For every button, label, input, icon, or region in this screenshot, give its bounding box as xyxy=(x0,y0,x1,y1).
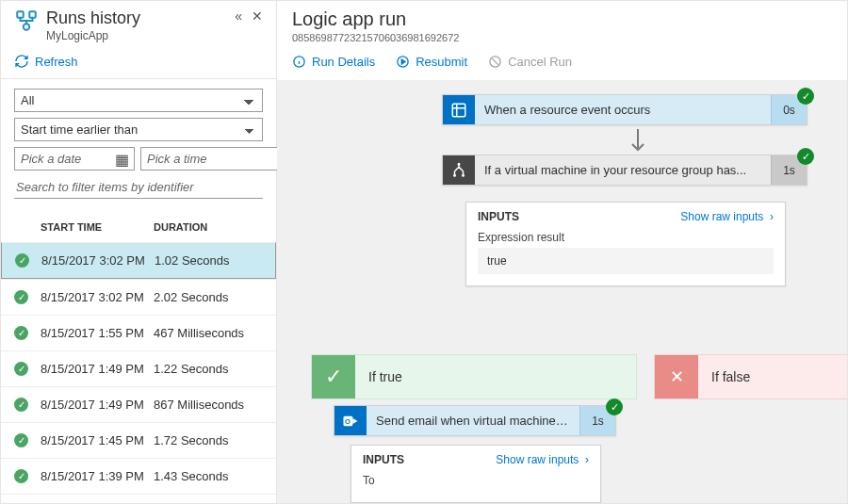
cell-duration: 1.43 Seconds xyxy=(154,469,229,483)
cell-duration: 467 Milliseconds xyxy=(154,326,244,340)
svg-rect-0 xyxy=(17,11,24,18)
svg-rect-6 xyxy=(452,104,465,117)
inputs-label: INPUTS xyxy=(363,453,404,466)
resubmit-button[interactable]: Resubmit xyxy=(396,55,467,69)
condition-icon xyxy=(443,155,475,185)
success-icon: ✓ xyxy=(14,398,28,412)
runs-history-panel: Runs history MyLogicApp « ✕ Refresh All … xyxy=(1,1,277,503)
table-row[interactable]: ✓8/15/2017 3:02 PM2.02 Seconds xyxy=(1,279,276,315)
table-row[interactable]: ✓8/15/2017 1:49 PM867 Milliseconds xyxy=(1,386,276,422)
filter-section: All Start time earlier than ▦ xyxy=(1,79,276,208)
play-icon xyxy=(396,55,410,69)
if-false-label: If false xyxy=(698,369,750,384)
success-icon: ✓ xyxy=(14,326,28,340)
condition-node[interactable]: If a virtual machine in your resource gr… xyxy=(442,154,807,186)
success-icon: ✓ xyxy=(14,362,28,376)
close-icon[interactable]: ✕ xyxy=(252,8,263,24)
table-header: START TIME DURATION xyxy=(1,208,276,242)
success-icon: ✓ xyxy=(14,290,28,304)
cell-duration: 867 Milliseconds xyxy=(154,398,244,412)
svg-rect-1 xyxy=(29,11,36,18)
condition-title: If a virtual machine in your resource gr… xyxy=(475,155,771,185)
runs-table: ✓8/15/2017 3:02 PM1.02 Seconds✓8/15/2017… xyxy=(1,242,276,503)
if-false-branch[interactable]: ✕ If false xyxy=(654,354,847,399)
refresh-icon xyxy=(14,54,29,69)
svg-point-7 xyxy=(458,163,460,165)
cell-start-time: 8/15/2017 1:49 PM xyxy=(41,398,154,412)
table-row[interactable]: ✓8/15/2017 1:39 PM1.43 Seconds xyxy=(1,458,276,494)
if-true-branch[interactable]: ✓ If true xyxy=(311,354,637,399)
date-input[interactable] xyxy=(14,147,135,171)
outlook-icon: O xyxy=(334,406,367,435)
collapse-icon[interactable]: « xyxy=(235,8,242,24)
if-true-label: If true xyxy=(355,369,402,384)
panel-header: Runs history MyLogicApp « ✕ xyxy=(1,1,276,48)
table-row[interactable]: ✓8/15/2017 1:55 PM467 Milliseconds xyxy=(1,315,276,350)
svg-point-8 xyxy=(454,174,456,176)
detail-title: Logic app run xyxy=(292,8,832,30)
svg-text:O: O xyxy=(345,417,351,426)
cell-duration: 2.02 Seconds xyxy=(154,290,229,304)
cancel-run-button: Cancel Run xyxy=(488,55,572,69)
refresh-label: Refresh xyxy=(35,55,78,69)
col-start-time: START TIME xyxy=(41,221,154,233)
designer-canvas[interactable]: When a resource event occurs 0s ✓ If a v… xyxy=(277,81,847,503)
cell-duration: 1.72 Seconds xyxy=(154,433,229,447)
check-icon: ✓ xyxy=(312,355,355,398)
connector-arrow xyxy=(628,129,647,155)
panel-subtitle: MyLogicApp xyxy=(46,29,140,42)
time-filter-select[interactable]: Start time earlier than xyxy=(14,118,263,141)
show-raw-inputs-link[interactable]: Show raw inputs › xyxy=(680,210,774,223)
cross-icon: ✕ xyxy=(655,355,698,398)
detail-toolbar: Run Details Resubmit Cancel Run xyxy=(277,43,847,81)
success-icon: ✓ xyxy=(14,433,28,447)
show-raw-inputs-link[interactable]: Show raw inputs › xyxy=(496,453,589,466)
success-icon: ✓ xyxy=(14,469,28,483)
info-icon xyxy=(292,55,306,69)
success-badge: ✓ xyxy=(606,398,623,415)
expression-result-label: Expression result xyxy=(478,231,774,244)
trigger-title: When a resource event occurs xyxy=(475,95,771,124)
cell-start-time: 8/15/2017 1:55 PM xyxy=(41,326,154,340)
email-inputs-panel: INPUTS Show raw inputs › To xyxy=(351,445,601,503)
cancel-icon xyxy=(488,55,502,69)
trigger-node[interactable]: When a resource event occurs 0s ✓ xyxy=(442,94,807,125)
cell-start-time: 8/15/2017 3:02 PM xyxy=(41,253,155,268)
to-label: To xyxy=(363,474,589,487)
detail-header: Logic app run 08586987723215706036981692… xyxy=(277,1,847,43)
email-title: Send email when virtual machine updat... xyxy=(367,406,579,435)
table-row[interactable]: ✓8/15/2017 1:45 PM1.72 Seconds xyxy=(1,422,276,458)
cell-start-time: 8/15/2017 1:49 PM xyxy=(41,362,154,376)
event-grid-icon xyxy=(443,95,475,124)
run-detail-panel: Logic app run 08586987723215706036981692… xyxy=(277,1,847,503)
table-row[interactable]: ✓8/15/2017 1:36 PM8.29 Seconds xyxy=(1,494,276,503)
col-duration: DURATION xyxy=(154,221,207,233)
panel-title: Runs history xyxy=(46,8,140,28)
cell-start-time: 8/15/2017 3:02 PM xyxy=(41,290,154,304)
run-id: 08586987723215706036981692672 xyxy=(292,32,832,43)
inputs-label: INPUTS xyxy=(478,210,519,223)
run-details-button[interactable]: Run Details xyxy=(292,55,375,69)
email-node[interactable]: O Send email when virtual machine updat.… xyxy=(334,405,616,436)
cell-start-time: 8/15/2017 1:39 PM xyxy=(41,469,154,483)
logic-app-icon xyxy=(14,8,39,33)
svg-point-9 xyxy=(463,174,465,176)
success-badge: ✓ xyxy=(797,148,814,165)
condition-inputs-panel: INPUTS Show raw inputs › Expression resu… xyxy=(465,202,786,286)
cell-duration: 1.22 Seconds xyxy=(154,362,229,376)
cell-start-time: 8/15/2017 1:45 PM xyxy=(41,433,154,447)
table-row[interactable]: ✓8/15/2017 3:02 PM1.02 Seconds xyxy=(1,242,276,279)
svg-point-2 xyxy=(24,24,30,30)
success-icon: ✓ xyxy=(15,253,29,268)
success-badge: ✓ xyxy=(797,88,814,105)
cell-duration: 1.02 Seconds xyxy=(155,253,230,268)
expression-result-value: true xyxy=(478,248,774,274)
search-input[interactable] xyxy=(14,176,263,199)
refresh-button[interactable]: Refresh xyxy=(1,48,276,79)
status-filter-select[interactable]: All xyxy=(14,89,263,112)
table-row[interactable]: ✓8/15/2017 1:49 PM1.22 Seconds xyxy=(1,350,276,386)
